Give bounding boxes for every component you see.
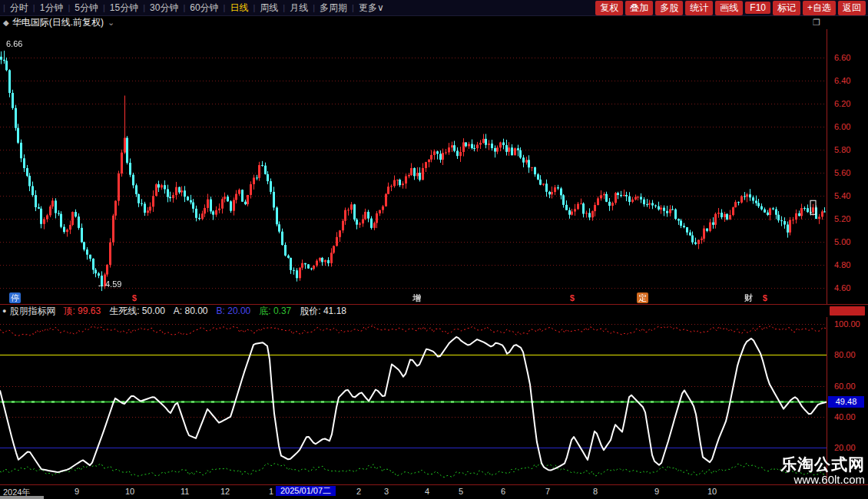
site-watermark: 乐淘公式网 www.60lt.com xyxy=(780,455,865,486)
top-toolbar: |分时|1分钟|5分钟|15分钟|30分钟|60分钟|日线|周线|月线|多周期|… xyxy=(0,0,868,16)
price-axis-label: 4.80 xyxy=(834,260,850,269)
x-axis-label: 11 xyxy=(181,487,189,496)
indicator-area xyxy=(0,317,827,484)
price-axis: 6.606.406.206.005.805.605.405.205.004.80… xyxy=(827,29,868,304)
indicator-axis-label: 20.00 xyxy=(834,443,856,452)
x-axis-label: 10 xyxy=(125,487,134,496)
toolbar-button-mark[interactable]: 标记 xyxy=(773,1,800,15)
toolbar-button-add-watchlist[interactable]: +自选 xyxy=(803,1,836,15)
chart-marker-ding: 定 xyxy=(637,292,648,303)
toolbar-item-60min[interactable]: 60分钟 xyxy=(186,2,222,15)
x-axis-label: 9 xyxy=(654,487,659,496)
statusbar-stub xyxy=(0,496,44,499)
price-axis-label: 5.60 xyxy=(834,168,850,177)
toolbar-right: 复权叠加多股统计画线F10标记+自选返回 xyxy=(595,1,866,15)
toolbar-button-back[interactable]: 返回 xyxy=(838,1,866,15)
price-axis-label: 5.80 xyxy=(834,145,850,154)
watermark-title: 乐淘公式网 xyxy=(780,455,865,473)
indicator-pane-button[interactable] xyxy=(830,306,865,316)
x-axis-label: 2 xyxy=(356,487,361,496)
high-price-marker: 6.66 xyxy=(6,39,22,48)
x-axis-label: 6 xyxy=(501,487,505,496)
chart-marker-dollar-2: $ xyxy=(570,292,575,303)
toolbar-button-fuquan[interactable]: 复权 xyxy=(595,1,623,15)
x-axis-label: 9 xyxy=(75,487,79,496)
candlestick-canvas[interactable] xyxy=(0,29,827,304)
chart-title: 华电国际(日线.前复权) xyxy=(12,16,104,29)
indicator-axis-label: 100.00 xyxy=(834,319,860,329)
x-axis-label: 3 xyxy=(384,487,389,496)
toolbar-item-weekly[interactable]: 周线 xyxy=(256,2,282,15)
toolbar-left: |分时|1分钟|5分钟|15分钟|30分钟|60分钟|日线|周线|月线|多周期|… xyxy=(2,2,388,15)
chart-marker-dollar-3: $ xyxy=(763,292,767,303)
toolbar-item-fenshi[interactable]: 分时 xyxy=(6,2,32,15)
x-axis-label: 4 xyxy=(425,487,429,496)
x-axis-label: 5 xyxy=(459,487,463,496)
toolbar-item-5min[interactable]: 5分钟 xyxy=(71,2,102,15)
toolbar-button-draw[interactable]: 画线 xyxy=(715,1,743,15)
x-axis-label: 10 xyxy=(707,487,717,496)
toolbar-button-f10[interactable]: F10 xyxy=(745,2,770,14)
trading-app-window: |分时|1分钟|5分钟|15分钟|30分钟|60分钟|日线|周线|月线|多周期|… xyxy=(0,0,868,499)
toolbar-item-more[interactable]: 更多∨ xyxy=(355,2,388,15)
indicator-param-life-line: 生死线: 50.00 xyxy=(109,306,165,316)
toolbar-item-30min[interactable]: 30分钟 xyxy=(146,2,182,15)
watermark-row: 停$增$定财$ xyxy=(0,292,827,304)
x-axis-label: 1 xyxy=(269,487,273,496)
chart-marker-cai: 财 xyxy=(744,292,753,303)
indicator-params: 顶: 99.63生死线: 50.00A: 80.00B: 20.00底: 0.3… xyxy=(63,305,355,318)
toolbar-button-overlay[interactable]: 叠加 xyxy=(625,1,653,15)
toolbar-item-1min[interactable]: 1分钟 xyxy=(36,2,68,15)
indicator-icon: ● xyxy=(2,307,6,315)
indicator-param-top: 顶: 99.63 xyxy=(63,306,101,316)
toolbar-item-multi-period[interactable]: 多周期 xyxy=(316,2,351,15)
price-axis-label: 5.20 xyxy=(834,214,850,223)
watermark-url: www.60lt.com xyxy=(780,474,865,487)
indicator-param-a: A: 80.00 xyxy=(174,306,208,316)
indicator-canvas[interactable] xyxy=(0,317,827,484)
indicator-param-b: B: 20.00 xyxy=(217,306,251,316)
stock-icon: ◆ xyxy=(3,18,9,27)
price-axis-label: 5.00 xyxy=(834,237,850,246)
price-axis-label: 6.40 xyxy=(834,76,850,85)
x-axis-label: 12 xyxy=(220,487,230,496)
indicator-source: 股朋指标网 xyxy=(9,305,55,318)
chart-marker-halt: 停 xyxy=(9,292,21,303)
indicator-axis-label: 80.00 xyxy=(834,350,856,359)
x-axis-label: 7 xyxy=(545,487,550,496)
chevron-down-icon[interactable]: ⌄ xyxy=(108,18,114,28)
price-axis-label: 6.20 xyxy=(834,99,850,108)
indicator-param-bottom: 底: 0.37 xyxy=(259,306,291,316)
price-axis-label: 4.60 xyxy=(834,283,850,292)
price-axis-label: 6.60 xyxy=(834,53,850,62)
indicator-header: ● 股朋指标网 顶: 99.63生死线: 50.00A: 80.00B: 20.… xyxy=(0,305,827,317)
main-chart-area: 6.66 ←4.59 停$增$定财$ xyxy=(0,29,827,304)
low-price-marker: ←4.59 xyxy=(97,279,121,289)
selected-date-box: 2025/01/07二 xyxy=(276,486,336,496)
toolbar-item-15min[interactable]: 15分钟 xyxy=(106,2,142,15)
toolbar-item-daily[interactable]: 日线 xyxy=(226,2,252,15)
chart-marker-zeng: 增 xyxy=(412,292,421,303)
panel-layout-icon[interactable]: ❐ xyxy=(813,18,820,28)
indicator-axis-label: 60.00 xyxy=(834,382,856,391)
price-axis-label: 5.40 xyxy=(834,191,850,200)
price-axis-label: 6.00 xyxy=(834,122,850,131)
toolbar-button-stats[interactable]: 统计 xyxy=(685,1,713,15)
indicator-value-box: 49.48 xyxy=(828,396,864,408)
title-bar: ◆ 华电国际(日线.前复权) ⌄ ❐ xyxy=(0,16,868,29)
chart-marker-dollar-1: $ xyxy=(132,292,137,303)
toolbar-item-monthly[interactable]: 月线 xyxy=(286,2,312,15)
x-axis: 2025/01/07二 2024年910111212345678910 xyxy=(0,484,868,496)
indicator-param-price: 股价: 41.18 xyxy=(300,306,346,316)
x-axis-label: 8 xyxy=(593,487,598,496)
indicator-axis-label: 40.00 xyxy=(834,412,856,421)
toolbar-button-multi-stock[interactable]: 多股 xyxy=(655,1,683,15)
